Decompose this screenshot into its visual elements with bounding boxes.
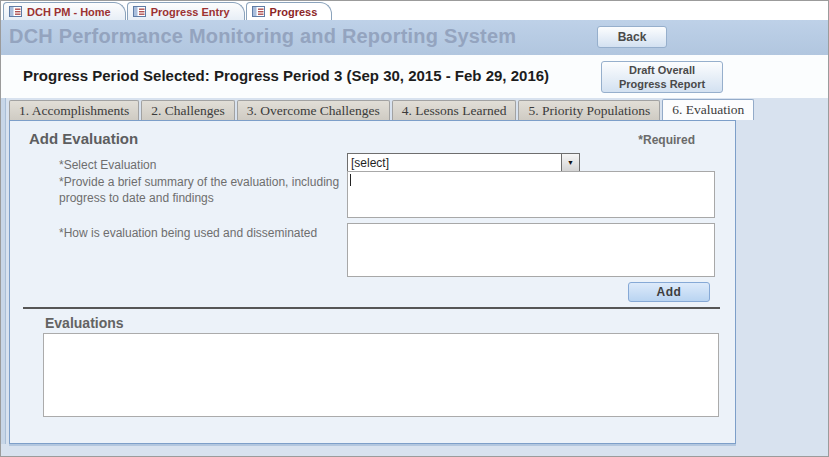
back-button[interactable]: Back: [597, 26, 667, 48]
tab-evaluation[interactable]: 6. Evaluation: [662, 99, 754, 120]
evaluations-heading: Evaluations: [45, 315, 124, 331]
required-note: *Required: [638, 133, 695, 147]
text-cursor: [350, 174, 351, 186]
section-tab-strip: 1. Accomplishments 2. Challenges 3. Over…: [9, 99, 754, 120]
dropdown-arrow-icon[interactable]: ▼: [561, 154, 579, 171]
object-tab-progress-entry[interactable]: Progress Entry: [127, 2, 245, 20]
object-tab-progress[interactable]: Progress: [246, 2, 333, 20]
object-tab-label: Progress: [270, 6, 318, 18]
select-evaluation-label: *Select Evaluation: [59, 157, 156, 173]
summary-label: *Provide a brief summary of the evaluati…: [59, 174, 349, 206]
record-selector-strip: [1, 98, 6, 444]
period-selected-text: Progress Period Selected: Progress Perio…: [23, 67, 549, 84]
object-tab-bar: DCH PM - Home Progress Entry Progress: [1, 1, 828, 20]
summary-textarea[interactable]: [347, 171, 715, 218]
add-evaluation-heading: Add Evaluation: [29, 130, 138, 147]
app-window: DCH PM - Home Progress Entry Progress DC…: [0, 0, 829, 457]
form-icon: [252, 6, 265, 17]
add-button[interactable]: Add: [628, 282, 710, 302]
object-tab-dch-pm-home[interactable]: DCH PM - Home: [3, 2, 126, 20]
form-icon: [133, 6, 146, 17]
evaluation-tab-panel: Add Evaluation *Required *Select Evaluat…: [9, 120, 736, 444]
draft-overall-progress-report-button[interactable]: Draft Overall Progress Report: [601, 61, 723, 93]
section-divider: [23, 307, 720, 309]
period-bar: Progress Period Selected: Progress Perio…: [1, 55, 829, 98]
select-evaluation-value: [select]: [348, 154, 561, 171]
header-banner: DCH Performance Monitoring and Reporting…: [1, 20, 829, 55]
tab-challenges[interactable]: 2. Challenges: [141, 100, 235, 120]
tab-accomplishments[interactable]: 1. Accomplishments: [9, 100, 139, 120]
tab-overcome-challenges[interactable]: 3. Overcome Challenges: [237, 100, 390, 120]
tab-priority-populations[interactable]: 5. Priority Populations: [518, 100, 660, 120]
dissemination-textarea[interactable]: [347, 223, 715, 277]
tab-lessons-learned[interactable]: 4. Lessons Learned: [392, 100, 517, 120]
object-tab-label: DCH PM - Home: [27, 6, 111, 18]
page-title: DCH Performance Monitoring and Reporting…: [9, 25, 516, 48]
dissemination-label: *How is evaluation being used and dissem…: [59, 225, 359, 241]
form-icon: [9, 6, 22, 17]
object-tab-label: Progress Entry: [151, 6, 230, 18]
select-evaluation-dropdown[interactable]: [select] ▼: [347, 153, 580, 172]
evaluations-list[interactable]: [43, 333, 719, 417]
